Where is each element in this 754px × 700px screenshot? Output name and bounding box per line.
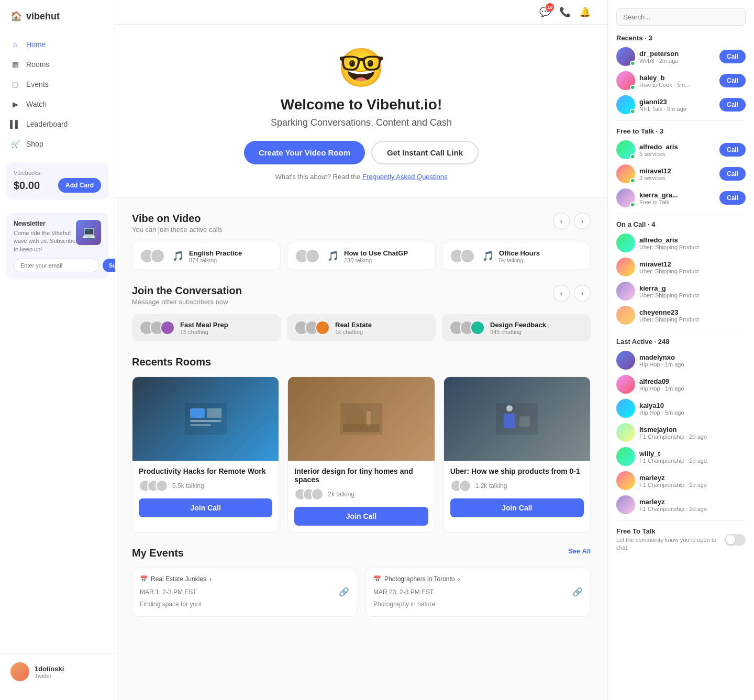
username: 1dolinski xyxy=(35,665,64,673)
contact-info: haley_b How to Cook · 5m... xyxy=(639,74,715,88)
faq-link[interactable]: Frequently Asked Questions xyxy=(362,173,448,181)
hero-faq: What's this about? Read the Frequently A… xyxy=(132,173,591,181)
sidebar-item-events[interactable]: ◻ Events xyxy=(0,74,115,94)
event-group-name-1: Photographers in Toronto xyxy=(384,575,455,583)
event-date-row-0: MAR 1, 2-3 PM EST 🔗 xyxy=(140,587,349,597)
hero-avatar: 🤓 xyxy=(132,46,591,90)
divider xyxy=(616,120,746,121)
join-call-button-2[interactable]: Join Call xyxy=(450,498,584,517)
recent-contact-2: gianni23 NHL Talk · 6m ago Call xyxy=(616,95,746,114)
last-active-contact-1: alfreda09 Hip Hop · 1m ago xyxy=(616,375,746,394)
recent-contact-0: dr_peterson Web3 · 2m ago Call xyxy=(616,47,746,66)
svg-rect-1 xyxy=(190,408,205,418)
chatter-avatar xyxy=(470,320,485,335)
join-call-button-1[interactable]: Join Call xyxy=(294,507,428,526)
chatter-avatar xyxy=(160,320,175,335)
last-active-contact-2: kaiya10 Hip Hop · 5m ago xyxy=(616,399,746,418)
sidebar-item-shop[interactable]: 🛒 Shop xyxy=(0,134,115,154)
event-card-1: 📅 Photographers in Toronto › MAR 23, 2-3… xyxy=(365,568,591,617)
contact-avatar xyxy=(616,95,635,114)
vibe-section-subtitle: You can join these active calls xyxy=(132,226,223,234)
hero-section: 🤓 Welcome to Vibehut.io! Sparking Conver… xyxy=(115,25,607,198)
contact-info: kierra_gra... Free to Talk xyxy=(639,191,715,205)
contact-sub: F1 Championship · 2d ago xyxy=(639,506,746,512)
create-room-button[interactable]: Create Your Video Room xyxy=(244,141,365,164)
contact-name: willy_t xyxy=(639,450,746,458)
phone-icon-button[interactable]: 📞 xyxy=(559,6,571,18)
free-to-talk-toggle-title: Free To Talk xyxy=(616,527,725,535)
contact-info: miravet12 3 services xyxy=(639,167,715,181)
contact-info: dr_peterson Web3 · 2m ago xyxy=(639,50,715,64)
contact-sub: F1 Championship · 2d ago xyxy=(639,482,746,488)
online-indicator xyxy=(630,61,635,66)
contact-avatar xyxy=(616,471,635,490)
call-button[interactable]: Call xyxy=(719,50,746,63)
call-button[interactable]: Call xyxy=(719,143,746,157)
chat-card-0[interactable]: Fast Meal Prep 15 chatting xyxy=(132,314,281,341)
add-card-button[interactable]: Add Card xyxy=(58,178,101,193)
contact-info: marleyz F1 Championship · 2d ago xyxy=(639,474,746,488)
link-icon-0[interactable]: 🔗 xyxy=(339,587,349,597)
call-count: 6k talking xyxy=(499,257,583,263)
call-button[interactable]: Call xyxy=(719,167,746,181)
newsletter-card: Newsletter Come ride the Vibehut wave wi… xyxy=(6,213,108,280)
bell-icon-button[interactable]: 🔔 xyxy=(579,6,591,18)
call-button[interactable]: Call xyxy=(719,74,746,87)
chat-card-1[interactable]: Real Estate 1k chatting xyxy=(287,314,436,341)
chat-avatars xyxy=(449,320,485,335)
room-meta-0: 5.5k talking xyxy=(139,480,272,492)
see-all-events-link[interactable]: See All xyxy=(568,547,591,555)
event-date-row-1: MAR 23, 2-3 PM EST 🔗 xyxy=(373,587,583,597)
on-a-call-section-title: On a Call · 4 xyxy=(616,220,746,228)
wave-icon: 🎵 xyxy=(482,250,494,262)
sidebar-item-watch[interactable]: ▶ Watch xyxy=(0,94,115,114)
conversation-next-arrow[interactable]: › xyxy=(574,285,591,302)
sidebar-item-home[interactable]: ⌂ Home xyxy=(0,35,115,54)
sidebar-item-label: Leaderboard xyxy=(26,120,68,128)
events-icon: ◻ xyxy=(10,80,20,89)
messages-icon-button[interactable]: 💬 10 xyxy=(539,6,551,18)
room-talking-count-0: 5.5k talking xyxy=(172,482,204,490)
join-call-button-0[interactable]: Join Call xyxy=(139,498,272,517)
vibe-prev-arrow[interactable]: ‹ xyxy=(553,213,570,229)
call-button[interactable]: Call xyxy=(719,191,746,205)
watch-icon: ▶ xyxy=(10,99,20,109)
sidebar-item-leaderboard[interactable]: ▌▌ Leaderboard xyxy=(0,114,115,134)
conversation-prev-arrow[interactable]: ‹ xyxy=(553,285,570,302)
last-active-contact-5: marleyz F1 Championship · 2d ago xyxy=(616,471,746,490)
on-call-contact-3: cheyenne23 Uber: Shipping Product xyxy=(616,306,746,325)
last-active-contact-3: itsmejaylon F1 Championship · 2d ago xyxy=(616,423,746,442)
svg-rect-8 xyxy=(343,424,380,432)
room-avatar xyxy=(311,488,324,501)
room-meta-2: 1.2k talking xyxy=(450,480,584,492)
chat-card-2[interactable]: Design Feedback 345 chatting xyxy=(442,314,591,341)
chat-name: Real Estate xyxy=(335,321,428,329)
hero-buttons: Create Your Video Room Get Instant Call … xyxy=(132,141,591,164)
contact-sub: Uber: Shipping Product xyxy=(639,316,746,323)
contact-name: alfredo_aris xyxy=(639,236,746,244)
newsletter-email-input[interactable] xyxy=(14,259,99,272)
instant-call-button[interactable]: Get Instant Call Link xyxy=(371,141,479,164)
contact-sub: Web3 · 2m ago xyxy=(639,58,715,64)
room-avatars xyxy=(139,480,168,492)
call-card-0[interactable]: 🎵 English Practice 874 talking xyxy=(132,242,281,270)
call-card-2[interactable]: 🎵 Office Hours 6k talking xyxy=(442,242,591,270)
recent-rooms-header: Recents Rooms xyxy=(132,356,591,368)
rooms-icon: ▦ xyxy=(10,60,20,69)
contact-sub: Hip Hop · 1m ago xyxy=(639,385,746,392)
link-icon-1[interactable]: 🔗 xyxy=(572,587,583,597)
free-talk-contact-1: miravet12 3 services Call xyxy=(616,164,746,183)
call-button[interactable]: Call xyxy=(719,98,746,112)
free-talk-toggle-text: Free To Talk Let the community know you'… xyxy=(616,527,725,552)
contact-avatar xyxy=(616,234,635,252)
vibe-next-arrow[interactable]: › xyxy=(574,213,591,229)
home-icon: ⌂ xyxy=(10,40,20,49)
sidebar-item-rooms[interactable]: ▦ Rooms xyxy=(0,54,115,74)
room-image-2 xyxy=(444,377,590,461)
contact-info: miravet12 Uber: Shipping Product xyxy=(639,260,746,274)
contact-sub: F1 Championship · 2d ago xyxy=(639,458,746,464)
divider xyxy=(616,520,746,521)
search-input[interactable] xyxy=(616,8,746,26)
free-to-talk-toggle[interactable] xyxy=(725,534,746,546)
call-card-1[interactable]: 🎵 How to Use ChatGP 230 talking xyxy=(287,242,436,270)
